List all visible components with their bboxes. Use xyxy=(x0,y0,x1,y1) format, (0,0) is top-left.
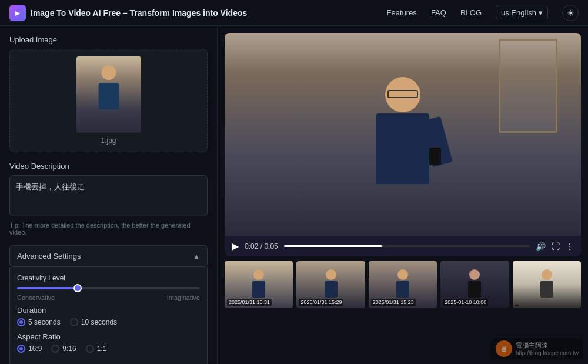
aspect-1-1-option[interactable]: 1:1 xyxy=(86,345,107,353)
video-player: ▶ 0:02 / 0:05 🔊 ⛶ ⋮ xyxy=(225,33,581,256)
thumbnail-1-person xyxy=(250,269,268,299)
thumbnail-4[interactable]: 2025-01-10 10:00 xyxy=(440,261,509,308)
thumb-body xyxy=(540,281,553,298)
thumbnail-3-timestamp: 2025/01/31 15:23 xyxy=(371,299,416,306)
app-title: Image To Video AI Free – Transform Image… xyxy=(31,8,247,18)
video-progress-fill xyxy=(284,245,382,247)
aspect-16-9-option[interactable]: 16:9 xyxy=(17,345,42,353)
mirror-frame xyxy=(499,39,557,133)
thumbnail-4-timestamp: 2025-01-10 10:00 xyxy=(443,299,488,306)
aspect-1-1-radio[interactable] xyxy=(86,345,94,353)
header-left: ► Image To Video AI Free – Transform Ima… xyxy=(9,5,247,21)
thumb-body xyxy=(468,281,481,298)
aspect-ratio-group: Aspect Ratio 16:9 9:16 1:1 xyxy=(17,332,200,353)
video-preview xyxy=(225,33,581,236)
main-nav: Features FAQ BLOG us English ▾ ☀ xyxy=(387,5,579,21)
advanced-settings-label: Advanced Settings xyxy=(17,252,81,261)
creativity-slider-fill xyxy=(17,287,81,289)
watermark-text: 電腦主阿達 xyxy=(516,341,579,350)
fullscreen-icon[interactable]: ⛶ xyxy=(552,242,560,251)
thumb-head xyxy=(469,269,480,280)
upload-image-container: 1.jpg xyxy=(76,56,141,145)
thumbnail-1-timestamp: 2025/01/31 15:31 xyxy=(227,299,272,306)
thumbnail-5-timestamp xyxy=(515,305,519,306)
thumb-head xyxy=(542,269,552,280)
more-options-icon[interactable]: ⋮ xyxy=(566,242,574,251)
thumbnail-strip: 2025/01/31 15:31 2025/01/31 15:29 xyxy=(225,261,581,308)
thumb-body xyxy=(325,281,338,298)
aspect-1-1-label: 1:1 xyxy=(97,345,107,353)
advanced-settings-body: Creativity Level Conservative Imaginativ… xyxy=(9,267,208,364)
video-frame xyxy=(225,33,581,236)
nav-blog[interactable]: BLOG xyxy=(460,8,482,17)
person-photo-bg xyxy=(76,56,141,133)
thumb-head xyxy=(253,269,264,280)
aspect-16-9-radio[interactable] xyxy=(17,345,25,353)
thumbnail-2-person xyxy=(322,269,340,299)
person-figure xyxy=(356,71,450,236)
person-glasses xyxy=(387,90,418,98)
thumbnail-3[interactable]: 2025/01/31 15:23 xyxy=(369,261,437,308)
right-panel: ▶ 0:02 / 0:05 🔊 ⛶ ⋮ xyxy=(218,26,588,364)
watermark: 🖥 電腦主阿達 http://blog.kocpc.com.tw xyxy=(491,338,583,359)
language-arrow-icon: ▾ xyxy=(539,8,543,17)
aspect-16-9-label: 16:9 xyxy=(28,345,42,353)
thumbnail-5-bg xyxy=(513,261,581,308)
watermark-box: 🖥 電腦主阿達 http://blog.kocpc.com.tw xyxy=(491,338,583,359)
language-label: us English xyxy=(501,8,536,17)
creativity-slider-container: Conservative Imaginative xyxy=(17,287,200,301)
duration-5s-label: 5 seconds xyxy=(28,318,61,326)
aspect-9-16-label: 9:16 xyxy=(62,345,76,353)
image-filename: 1.jpg xyxy=(101,136,116,145)
thumb-head xyxy=(326,269,336,280)
video-description-section: Video Description 手機丟掉，人往後走 Tip: The mor… xyxy=(9,162,208,236)
thumbnail-2-timestamp: 2025/01/31 15:29 xyxy=(299,299,343,306)
phone-object xyxy=(429,148,441,165)
uploaded-image-preview xyxy=(76,56,141,133)
video-description-label: Video Description xyxy=(9,162,208,171)
nav-faq[interactable]: FAQ xyxy=(431,8,446,17)
duration-5s-radio[interactable] xyxy=(17,318,25,326)
creativity-slider-track[interactable] xyxy=(17,287,200,289)
description-tip: Tip: The more detailed the description, … xyxy=(9,222,208,236)
theme-toggle-button[interactable]: ☀ xyxy=(562,5,579,21)
thumbnail-1[interactable]: 2025/01/31 15:31 xyxy=(225,261,293,308)
thumbnail-3-person xyxy=(394,269,412,299)
slider-max-label: Imaginative xyxy=(167,294,200,301)
volume-icon[interactable]: 🔊 xyxy=(536,242,546,251)
thumbnail-2[interactable]: 2025/01/31 15:29 xyxy=(296,261,365,308)
video-controls: ▶ 0:02 / 0:05 🔊 ⛶ ⋮ xyxy=(225,236,581,256)
duration-5s-option[interactable]: 5 seconds xyxy=(17,318,61,326)
main-content: Upload Image 1.jpg Video Description 手機丟… xyxy=(0,26,588,364)
video-current-time: 0:02 xyxy=(245,242,258,251)
thumbnail-5[interactable] xyxy=(513,261,581,308)
advanced-settings-section: Advanced Settings ▲ Creativity Level Con… xyxy=(9,245,208,364)
play-button[interactable]: ▶ xyxy=(232,241,239,252)
duration-10s-option[interactable]: 10 seconds xyxy=(70,318,117,326)
language-selector[interactable]: us English ▾ xyxy=(496,6,548,19)
logo-icon: ► xyxy=(9,5,26,21)
upload-area[interactable]: 1.jpg xyxy=(9,49,208,152)
video-description-input[interactable]: 手機丟掉，人往後走 xyxy=(9,175,208,216)
aspect-ratio-label: Aspect Ratio xyxy=(17,332,200,341)
duration-group: Duration 5 seconds 10 seconds xyxy=(17,306,200,326)
video-progress-bar[interactable] xyxy=(284,245,530,247)
slider-min-label: Conservative xyxy=(17,294,55,301)
thumbnail-5-person xyxy=(538,269,556,299)
thumbnail-4-person xyxy=(466,269,483,299)
upload-section: Upload Image 1.jpg xyxy=(9,35,208,152)
aspect-9-16-option[interactable]: 9:16 xyxy=(51,345,76,353)
advanced-settings-toggle[interactable]: Advanced Settings ▲ xyxy=(9,245,208,267)
watermark-content: 電腦主阿達 http://blog.kocpc.com.tw xyxy=(516,341,579,356)
nav-features[interactable]: Features xyxy=(387,8,417,17)
aspect-ratio-options: 16:9 9:16 1:1 xyxy=(17,345,200,353)
duration-10s-label: 10 seconds xyxy=(81,318,117,326)
watermark-url: http://blog.kocpc.com.tw xyxy=(516,350,579,356)
duration-options: 5 seconds 10 seconds xyxy=(17,318,200,326)
thumb-body xyxy=(252,281,265,298)
aspect-9-16-radio[interactable] xyxy=(51,345,59,353)
thumb-body xyxy=(396,281,409,298)
slider-labels: Conservative Imaginative xyxy=(17,294,200,301)
duration-10s-radio[interactable] xyxy=(70,318,78,326)
creativity-slider-thumb[interactable] xyxy=(74,284,82,292)
